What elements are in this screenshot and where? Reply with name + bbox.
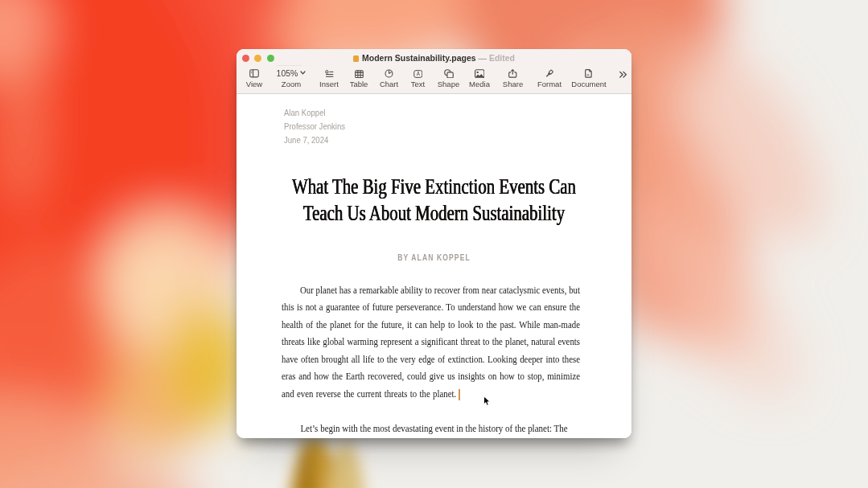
svg-text:A: A [416,71,420,76]
